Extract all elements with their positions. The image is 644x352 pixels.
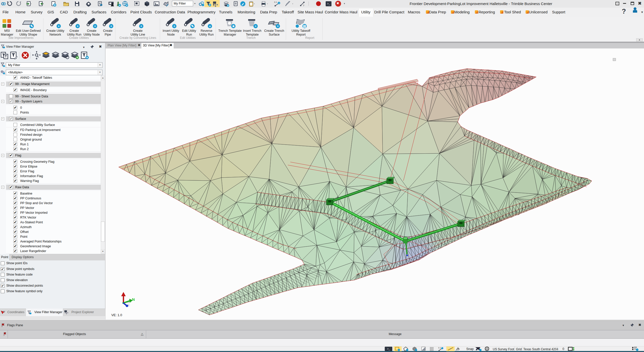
svg-text:0.1: 0.1 [438, 347, 441, 349]
svg-text:x,y: x,y [3, 310, 5, 312]
svg-text:VE: 1.0: VE: 1.0 [111, 313, 122, 317]
svg-text:?: ? [278, 2, 280, 5]
svg-text:?: ? [303, 4, 304, 7]
svg-text:0.1: 0.1 [274, 1, 277, 3]
svg-text:E: E [128, 303, 130, 307]
svg-text:N: N [132, 297, 135, 302]
